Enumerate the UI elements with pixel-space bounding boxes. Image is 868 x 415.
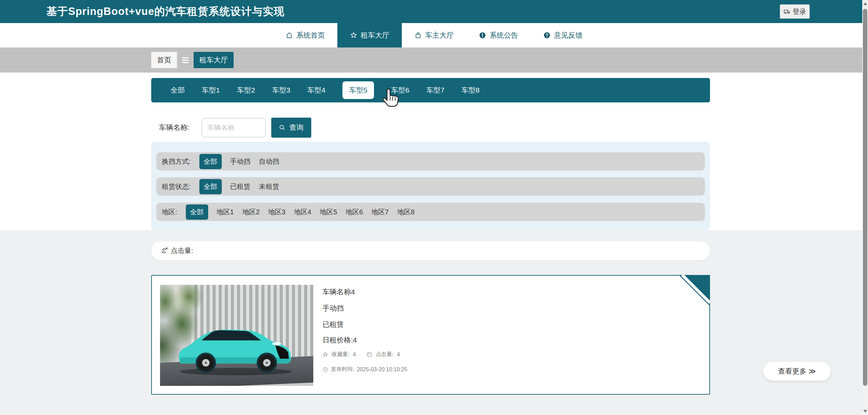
category-model-4[interactable]: 车型4 <box>307 81 326 99</box>
clicks-sort-bar[interactable]: 点击量: <box>151 241 710 260</box>
nav-tab-announcements[interactable]: 系统公告 <box>466 23 531 47</box>
clicks-label: 点击量: <box>376 351 393 358</box>
vehicle-name: 车辆名称4 <box>322 287 355 297</box>
double-chevron-icon: ≫ <box>809 367 816 375</box>
filter-option-automatic[interactable]: 自动挡 <box>259 157 279 166</box>
feedback-icon <box>543 32 551 39</box>
time-label: 发布时间: <box>331 366 354 373</box>
search-row: 车辆名称: 查询 <box>159 117 311 138</box>
filter-option-region-8[interactable]: 地区8 <box>397 208 414 217</box>
nav-tab-owner-hall[interactable]: 车主大厅 <box>402 23 466 47</box>
hamburger-icon <box>182 57 189 63</box>
scrollbar-thumb[interactable] <box>863 9 867 386</box>
vehicle-publish-time: 发布时间: 2025-03-20 10:10:25 <box>322 366 407 373</box>
bag-icon <box>414 32 422 39</box>
filter-option-region-5[interactable]: 地区5 <box>320 208 337 217</box>
app-title: 基于SpringBoot+vue的汽车租赁系统设计与实现 <box>46 4 284 19</box>
nav-label: 意见反馈 <box>554 31 583 40</box>
login-button[interactable]: 登录 <box>780 4 810 19</box>
scroll-up-icon[interactable] <box>863 2 867 5</box>
favorites-label: 收藏量: <box>332 351 349 358</box>
favorites-value: 4 <box>353 352 356 358</box>
filter-row-gear: 换挡方式: 全部 手动挡 自动挡 <box>156 152 705 171</box>
nav-label: 系统首页 <box>296 31 325 40</box>
app-header: 基于SpringBoot+vue的汽车租赁系统设计与实现 登录 <box>0 0 868 23</box>
filter-option-region-6[interactable]: 地区6 <box>346 208 363 217</box>
home-icon <box>285 32 293 39</box>
filter-label-region: 地区: <box>162 208 177 217</box>
vehicle-stats: 收藏量: 4 点击量: 4 <box>322 351 400 358</box>
filter-option-not-rented[interactable]: 未租赁 <box>259 182 279 191</box>
card-info: 车辆名称4 手动挡 已租赁 日租价格:4 收藏量: 4 点击量: 4 <box>322 276 701 394</box>
filter-label-status: 租赁状态: <box>162 182 191 191</box>
view-more-label: 查看更多 <box>778 367 807 376</box>
star-icon <box>322 352 328 357</box>
nav-label: 系统公告 <box>490 31 518 40</box>
breadcrumb-home[interactable]: 首页 <box>151 52 177 68</box>
vehicle-status: 已租赁 <box>322 320 344 329</box>
nav-tab-system-home[interactable]: 系统首页 <box>273 23 337 47</box>
breadcrumb-current: 租车大厅 <box>194 52 234 68</box>
nav-tab-feedback[interactable]: 意见反馈 <box>531 23 595 47</box>
category-model-8[interactable]: 车型8 <box>461 81 480 99</box>
filter-label-gear: 换挡方式: <box>162 157 191 166</box>
filter-option-region-3[interactable]: 地区3 <box>268 208 285 217</box>
search-button[interactable]: 查询 <box>271 118 311 138</box>
category-model-5[interactable]: 车型5 <box>342 81 374 99</box>
vehicle-gear: 手动挡 <box>322 303 344 313</box>
truck-icon <box>784 8 790 15</box>
nav-label: 租车大厅 <box>361 31 389 40</box>
clicks-value: 4 <box>397 352 400 358</box>
star-icon <box>350 32 357 39</box>
category-model-1[interactable]: 车型1 <box>202 81 220 99</box>
nav-label: 车主大厅 <box>425 31 454 40</box>
filter-panel: 换挡方式: 全部 手动挡 自动挡 租赁状态: 全部 已租赁 未租赁 地区: 全部… <box>151 142 710 230</box>
nav-tab-rental-hall[interactable]: 租车大厅 <box>337 23 402 47</box>
category-model-7[interactable]: 车型7 <box>426 81 445 99</box>
category-all[interactable]: 全部 <box>171 81 185 99</box>
vehicle-card[interactable]: 车辆名称4 手动挡 已租赁 日租价格:4 收藏量: 4 点击量: 4 <box>151 275 710 395</box>
filter-option-manual[interactable]: 手动挡 <box>230 157 251 166</box>
search-button-label: 查询 <box>289 123 303 132</box>
filter-option-rented[interactable]: 已租赁 <box>230 182 251 191</box>
category-model-6[interactable]: 车型6 <box>391 81 409 99</box>
category-bar: 全部 车型1 车型2 车型3 车型4 车型5 车型6 车型7 车型8 <box>151 78 710 102</box>
filter-option-region-all[interactable]: 全部 <box>186 204 208 220</box>
search-icon <box>279 124 285 131</box>
views-icon <box>367 352 372 357</box>
clicks-sort-label: 点击量: <box>171 246 193 255</box>
filter-option-region-2[interactable]: 地区2 <box>242 208 260 217</box>
filter-row-status: 租赁状态: 全部 已租赁 未租赁 <box>156 177 705 196</box>
search-label: 车辆名称: <box>159 123 190 132</box>
filter-option-gear-all[interactable]: 全部 <box>199 154 222 169</box>
car-image <box>160 285 313 386</box>
clock-icon <box>322 367 328 372</box>
announcement-icon <box>479 32 486 39</box>
filter-option-status-all[interactable]: 全部 <box>199 179 222 194</box>
time-value: 2025-03-20 10:10:25 <box>357 367 407 373</box>
login-label: 登录 <box>793 7 806 16</box>
filter-option-region-4[interactable]: 地区4 <box>294 208 311 217</box>
vehicle-price: 日租价格:4 <box>322 335 357 345</box>
main-nav: 系统首页 租车大厅 车主大厅 系统公告 <box>0 23 868 47</box>
teal-suv <box>173 321 298 378</box>
filter-option-region-1[interactable]: 地区1 <box>217 208 234 217</box>
view-more-button[interactable]: 查看更多 ≫ <box>763 361 831 381</box>
breadcrumb: 首页 租车大厅 <box>0 47 868 73</box>
category-model-2[interactable]: 车型2 <box>237 81 255 99</box>
trend-chart-icon <box>161 247 168 254</box>
scrollbar[interactable] <box>862 0 868 415</box>
filter-option-region-7[interactable]: 地区7 <box>371 208 389 217</box>
filter-row-region: 地区: 全部 地区1 地区2 地区3 地区4 地区5 地区6 地区7 地区8 <box>156 203 705 221</box>
category-model-3[interactable]: 车型3 <box>272 81 290 99</box>
scroll-down-icon[interactable] <box>863 410 867 413</box>
search-input[interactable] <box>202 118 265 137</box>
